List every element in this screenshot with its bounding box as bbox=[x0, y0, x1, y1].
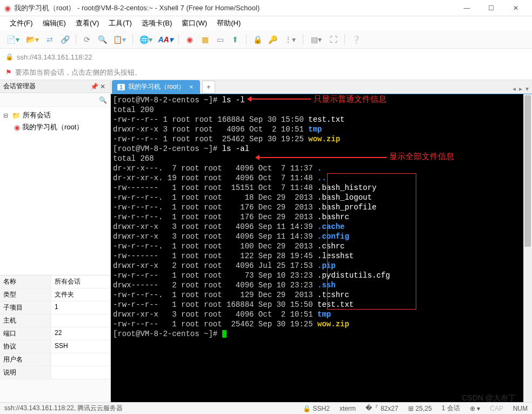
property-value: 所有会话 bbox=[51, 275, 110, 288]
menu-edit[interactable]: 编辑(E) bbox=[39, 17, 69, 30]
scrollthumb[interactable] bbox=[524, 95, 531, 247]
sidebar-close-button[interactable]: ✕ bbox=[98, 83, 107, 90]
help-button[interactable]: ❔ bbox=[349, 33, 362, 46]
tab-next-button[interactable]: ▸ bbox=[518, 84, 523, 94]
status-connection: ssh://43.143.161.118:22, 腾讯云云服务器 bbox=[4, 404, 123, 413]
maximize-button[interactable]: ☐ bbox=[479, 1, 503, 16]
lock-icon: 🔒 bbox=[5, 53, 14, 61]
search-icon: 🔍 bbox=[99, 96, 107, 104]
property-row: 主机 bbox=[0, 314, 110, 327]
property-value bbox=[51, 314, 110, 327]
tree-session-label: 我的学习机（root） bbox=[22, 122, 83, 132]
menu-window[interactable]: 窗口(W) bbox=[178, 17, 210, 30]
property-row: 名称所有会话 bbox=[0, 275, 110, 288]
property-key: 名称 bbox=[0, 275, 51, 288]
property-key: 端口 bbox=[0, 327, 51, 340]
property-key: 协议 bbox=[0, 340, 51, 353]
tab-label: 我的学习机（root） bbox=[128, 82, 185, 91]
folder-icon: 📁 bbox=[12, 111, 21, 120]
tab-menu-button[interactable]: ▾ bbox=[524, 84, 530, 94]
grid-button[interactable]: ▦ bbox=[198, 33, 211, 46]
sidebar: 会话管理器 📌 ✕ 🔍 ⊟ 📁 所有会话 ◉ 我的学习机（root） 名称所有会… bbox=[0, 80, 111, 402]
property-value bbox=[51, 366, 110, 379]
tab-active[interactable]: 1 我的学习机（root） × bbox=[112, 80, 200, 94]
property-key: 主机 bbox=[0, 314, 51, 327]
transfer-button[interactable]: ⇄ bbox=[43, 33, 56, 46]
hintbar: ⚑ 要添加当前会话，点击左侧的箭头按钮。 bbox=[0, 65, 532, 80]
property-value: 22 bbox=[51, 327, 110, 340]
tab-number: 1 bbox=[117, 84, 125, 90]
menu-file[interactable]: 文件(F) bbox=[6, 17, 36, 30]
property-key: 用户名 bbox=[0, 353, 51, 366]
titlebar: ◉ 我的学习机（root） - root@VM-8-2-centos:~ - X… bbox=[0, 0, 532, 16]
sidebar-search[interactable]: 🔍 bbox=[0, 93, 110, 107]
session-tree: ⊟ 📁 所有会话 ◉ 我的学习机（root） bbox=[0, 107, 110, 275]
open-button[interactable]: 📂▾ bbox=[24, 33, 41, 46]
scrollbar[interactable] bbox=[523, 94, 532, 402]
property-value: 文件夹 bbox=[51, 288, 110, 301]
tab-prev-button[interactable]: ◂ bbox=[511, 84, 517, 94]
statusbar: ssh://43.143.161.118:22, 腾讯云云服务器 🔒SSH2 x… bbox=[0, 402, 532, 414]
flag-icon: ⚑ bbox=[5, 68, 12, 76]
tree-session[interactable]: ◉ 我的学习机（root） bbox=[14, 121, 107, 133]
window-title: 我的学习机（root） - root@VM-8-2-centos:~ - Xsh… bbox=[14, 3, 455, 13]
status-more[interactable]: ⊕ ▾ bbox=[470, 405, 480, 412]
sidebar-title: 会话管理器 bbox=[3, 82, 36, 91]
status-termtype: xterm bbox=[340, 405, 356, 412]
status-size: �『 82x27 bbox=[365, 404, 398, 413]
reconnect-button[interactable]: ⟳ bbox=[81, 33, 94, 46]
status-num: NUM bbox=[513, 405, 528, 412]
tree-root[interactable]: ⊟ 📁 所有会话 bbox=[3, 109, 107, 121]
view-button[interactable]: ▤▾ bbox=[308, 33, 325, 46]
property-row: 端口22 bbox=[0, 327, 110, 340]
menu-help[interactable]: 帮助(H) bbox=[214, 17, 244, 30]
property-row: 子项目1 bbox=[0, 301, 110, 314]
tab-add-button[interactable]: + bbox=[202, 81, 215, 94]
property-value: SSH bbox=[51, 340, 110, 353]
tab-close-button[interactable]: × bbox=[188, 83, 195, 91]
terminal[interactable]: [root@VM-8-2-centos ~]# ls -l total 200 … bbox=[111, 94, 532, 402]
property-row: 类型文件夹 bbox=[0, 288, 110, 301]
menu-tabs[interactable]: 选项卡(B) bbox=[138, 17, 175, 30]
pin-button[interactable]: 📌 bbox=[90, 83, 98, 90]
properties-panel: 名称所有会话类型文件夹子项目1主机端口22协议SSH用户名说明 bbox=[0, 275, 110, 379]
copy-button[interactable]: 📋▾ bbox=[111, 33, 128, 46]
tabbar: 1 我的学习机（root） × + ◂ ▸ ▾ bbox=[111, 80, 532, 94]
font-button[interactable]: AA▾ bbox=[157, 33, 174, 46]
status-protocol: 🔒SSH2 bbox=[303, 405, 330, 412]
options-button[interactable]: ⋮▾ bbox=[281, 33, 298, 46]
menubar: 文件(F) 编辑(E) 查看(V) 工具(T) 选项卡(B) 窗口(W) 帮助(… bbox=[0, 16, 532, 30]
property-key: 类型 bbox=[0, 288, 51, 301]
minimize-button[interactable]: — bbox=[455, 1, 479, 16]
property-key: 说明 bbox=[0, 366, 51, 379]
property-key: 子项目 bbox=[0, 301, 51, 314]
property-row: 说明 bbox=[0, 366, 110, 379]
hint-text: 要添加当前会话，点击左侧的箭头按钮。 bbox=[15, 68, 142, 77]
panel-button[interactable]: ▭ bbox=[214, 33, 227, 46]
upload-button[interactable]: ⬆ bbox=[229, 33, 242, 46]
address-text: ssh://43.143.161.118:22 bbox=[17, 53, 92, 61]
new-button[interactable]: 📄▾ bbox=[4, 33, 22, 46]
menu-tools[interactable]: 工具(T) bbox=[105, 17, 135, 30]
status-cap: CAP bbox=[490, 405, 503, 412]
tree-root-label: 所有会话 bbox=[23, 110, 51, 120]
fullscreen-button[interactable]: ⛶ bbox=[327, 33, 340, 46]
key-button[interactable]: 🔑 bbox=[266, 33, 279, 46]
collapse-icon[interactable]: ⊟ bbox=[3, 112, 10, 119]
status-cursor: ⊞ 25,25 bbox=[408, 405, 432, 412]
lock-button[interactable]: 🔒 bbox=[251, 33, 264, 46]
menu-view[interactable]: 查看(V) bbox=[72, 17, 102, 30]
session-icon: ◉ bbox=[14, 123, 20, 132]
swirl-button[interactable]: ◉ bbox=[183, 33, 196, 46]
toolbar: 📄▾ 📂▾ ⇄ 🔗 ⟳ 🔍 📋▾ 🌐▾ AA▾ ◉ ▦ ▭ ⬆ 🔒 🔑 ⋮▾ ▤… bbox=[0, 30, 532, 49]
globe-button[interactable]: 🌐▾ bbox=[137, 33, 155, 46]
property-row: 用户名 bbox=[0, 353, 110, 366]
search-button[interactable]: 🔍 bbox=[96, 33, 109, 46]
close-button[interactable]: ✕ bbox=[503, 1, 528, 16]
property-value bbox=[51, 353, 110, 366]
link-button[interactable]: 🔗 bbox=[58, 33, 71, 46]
app-icon: ◉ bbox=[4, 4, 11, 12]
content-area: 1 我的学习机（root） × + ◂ ▸ ▾ [root@VM-8-2-cen… bbox=[111, 80, 532, 402]
property-value: 1 bbox=[51, 301, 110, 314]
addressbar[interactable]: 🔒 ssh://43.143.161.118:22 bbox=[0, 49, 532, 65]
